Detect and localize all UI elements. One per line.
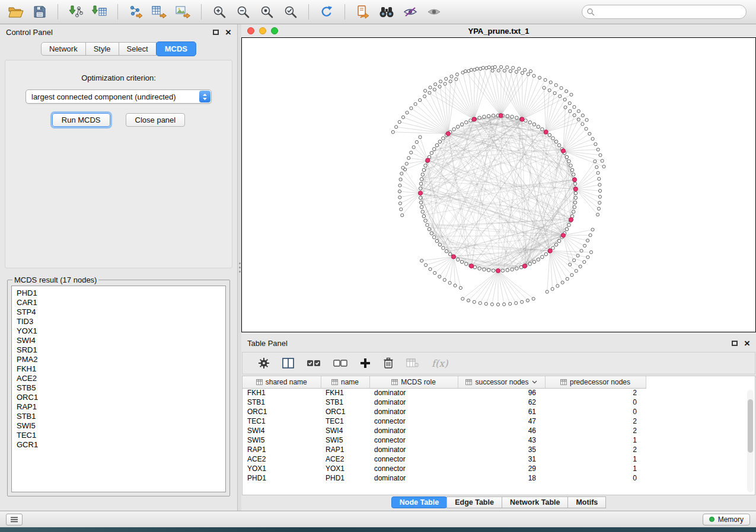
import-network-button[interactable]	[66, 2, 86, 21]
vertical-splitter[interactable]	[237, 24, 241, 511]
mcds-result-item[interactable]: SWI4	[12, 336, 225, 345]
leaf-node[interactable]	[500, 66, 503, 69]
leaf-node[interactable]	[454, 284, 457, 287]
import-table-button[interactable]	[90, 2, 110, 21]
ring-node[interactable]	[544, 252, 548, 256]
mcds-result-item[interactable]: STB5	[12, 383, 225, 393]
dominator-node[interactable]	[572, 178, 576, 182]
ring-node[interactable]	[554, 140, 558, 143]
ring-node[interactable]	[565, 155, 569, 159]
leaf-node[interactable]	[581, 123, 584, 126]
memory-button[interactable]: Memory	[703, 514, 750, 525]
mcds-result-item[interactable]: TEC1	[12, 431, 225, 440]
leaf-node[interactable]	[398, 202, 401, 205]
leaf-node[interactable]	[398, 120, 401, 123]
ring-node[interactable]	[506, 114, 509, 118]
leaf-node[interactable]	[598, 177, 601, 180]
leaf-node[interactable]	[601, 159, 604, 162]
dominator-node[interactable]	[470, 264, 474, 268]
ring-node[interactable]	[430, 151, 433, 155]
leaf-node[interactable]	[568, 102, 571, 105]
ring-node[interactable]	[435, 143, 439, 147]
leaf-node[interactable]	[598, 196, 601, 198]
mcds-result-item[interactable]: ACE2	[12, 374, 225, 383]
leaf-node[interactable]	[556, 284, 559, 287]
leaf-node[interactable]	[573, 114, 576, 117]
leaf-node[interactable]	[398, 184, 401, 187]
ring-node[interactable]	[464, 262, 468, 266]
leaf-node[interactable]	[543, 86, 546, 89]
leaf-node[interactable]	[591, 228, 594, 231]
share-document-button[interactable]	[353, 2, 373, 21]
ring-node[interactable]	[419, 196, 422, 200]
table-row[interactable]: ORC1ORC1dominator610	[243, 407, 646, 416]
leaf-node[interactable]	[551, 287, 554, 290]
leaf-node[interactable]	[445, 77, 448, 80]
leaf-node[interactable]	[586, 256, 589, 259]
leaf-node[interactable]	[515, 302, 518, 305]
leaf-node[interactable]	[407, 156, 410, 159]
leaf-node[interactable]	[595, 166, 598, 169]
table-row[interactable]: SWI4SWI4dominator462	[243, 426, 646, 435]
dominator-node[interactable]	[561, 149, 565, 153]
leaf-node[interactable]	[554, 84, 557, 86]
mcds-result-item[interactable]: STB1	[12, 412, 225, 421]
dominator-node[interactable]	[472, 117, 476, 121]
leaf-node[interactable]	[476, 67, 479, 70]
ring-node[interactable]	[548, 133, 551, 137]
column-header-shared-name[interactable]: shared name	[243, 376, 321, 388]
leaf-node[interactable]	[438, 85, 441, 88]
window-close-icon[interactable]	[247, 27, 254, 34]
dominator-node[interactable]	[496, 268, 500, 273]
leaf-node[interactable]	[515, 70, 518, 73]
network-canvas[interactable]	[241, 37, 756, 332]
leaf-node[interactable]	[448, 281, 451, 284]
leaf-node[interactable]	[566, 277, 569, 280]
float-panel-icon[interactable]	[732, 341, 738, 346]
ring-node[interactable]	[574, 191, 578, 195]
leaf-node[interactable]	[598, 201, 601, 204]
mcds-result-item[interactable]: RAP1	[12, 402, 225, 412]
mcds-result-item[interactable]: SWI5	[12, 421, 225, 431]
open-file-button[interactable]	[6, 2, 26, 21]
leaf-node[interactable]	[512, 66, 515, 69]
ring-node[interactable]	[422, 214, 426, 218]
leaf-node[interactable]	[419, 98, 422, 101]
leaf-node[interactable]	[570, 274, 573, 277]
leaf-node[interactable]	[481, 66, 484, 69]
leaf-node[interactable]	[434, 83, 437, 86]
scrollbar-thumb[interactable]	[748, 399, 753, 453]
mcds-result-item[interactable]: PMA2	[12, 355, 225, 364]
leaf-node[interactable]	[401, 166, 404, 169]
table-row[interactable]: RAP1RAP1dominator352	[243, 445, 646, 454]
column-header-successor-nodes[interactable]: successor nodes	[458, 376, 545, 388]
export-image-button[interactable]	[173, 2, 193, 21]
leaf-node[interactable]	[588, 132, 591, 135]
leaf-node[interactable]	[424, 89, 427, 92]
ring-node[interactable]	[438, 243, 442, 246]
leaf-node[interactable]	[429, 268, 432, 271]
ring-node[interactable]	[445, 249, 448, 253]
ring-node[interactable]	[492, 114, 495, 117]
leaf-node[interactable]	[589, 251, 592, 254]
leaf-node[interactable]	[553, 92, 556, 95]
leaf-node[interactable]	[405, 162, 408, 165]
close-panel-icon[interactable]: ×	[225, 27, 231, 37]
ring-node[interactable]	[537, 125, 540, 129]
ring-node[interactable]	[573, 201, 577, 204]
show-all-button[interactable]	[424, 2, 444, 21]
float-panel-icon[interactable]	[213, 30, 219, 35]
ring-node[interactable]	[515, 267, 519, 270]
ring-node[interactable]	[551, 246, 555, 250]
leaf-node[interactable]	[450, 75, 453, 78]
leaf-node[interactable]	[491, 69, 494, 72]
zoom-fit-button[interactable]	[257, 2, 277, 21]
leaf-node[interactable]	[577, 110, 580, 113]
ring-node[interactable]	[478, 267, 481, 270]
ring-node[interactable]	[506, 268, 509, 272]
leaf-node[interactable]	[569, 110, 572, 113]
tab-mcds[interactable]: MCDS	[156, 41, 196, 56]
leaf-node[interactable]	[598, 183, 601, 186]
ring-node[interactable]	[567, 223, 571, 227]
leaf-node[interactable]	[503, 69, 506, 72]
